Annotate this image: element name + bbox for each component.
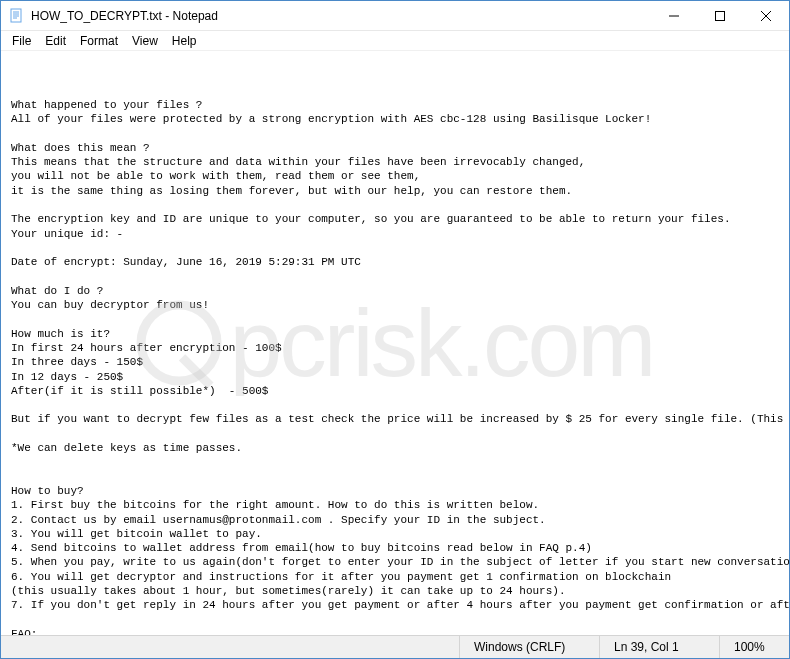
menu-view[interactable]: View — [125, 32, 165, 50]
notepad-icon — [9, 8, 25, 24]
watermark-text: pcrisk.com — [230, 336, 654, 350]
menu-help[interactable]: Help — [165, 32, 204, 50]
notepad-window: HOW_TO_DECRYPT.txt - Notepad File Edit F… — [0, 0, 790, 659]
statusbar: Windows (CRLF) Ln 39, Col 1 100% — [1, 635, 789, 658]
svg-rect-6 — [716, 11, 725, 20]
maximize-button[interactable] — [697, 1, 743, 30]
close-button[interactable] — [743, 1, 789, 30]
titlebar[interactable]: HOW_TO_DECRYPT.txt - Notepad — [1, 1, 789, 31]
window-controls — [651, 1, 789, 30]
menu-file[interactable]: File — [5, 32, 38, 50]
status-position: Ln 39, Col 1 — [599, 636, 719, 658]
window-title: HOW_TO_DECRYPT.txt - Notepad — [31, 9, 651, 23]
document-text: What happened to your files ? All of you… — [11, 99, 789, 635]
text-area[interactable]: pcrisk.com What happened to your files ?… — [1, 51, 789, 635]
status-lineending: Windows (CRLF) — [459, 636, 599, 658]
menu-edit[interactable]: Edit — [38, 32, 73, 50]
menu-format[interactable]: Format — [73, 32, 125, 50]
menubar: File Edit Format View Help — [1, 31, 789, 51]
status-zoom: 100% — [719, 636, 789, 658]
minimize-button[interactable] — [651, 1, 697, 30]
